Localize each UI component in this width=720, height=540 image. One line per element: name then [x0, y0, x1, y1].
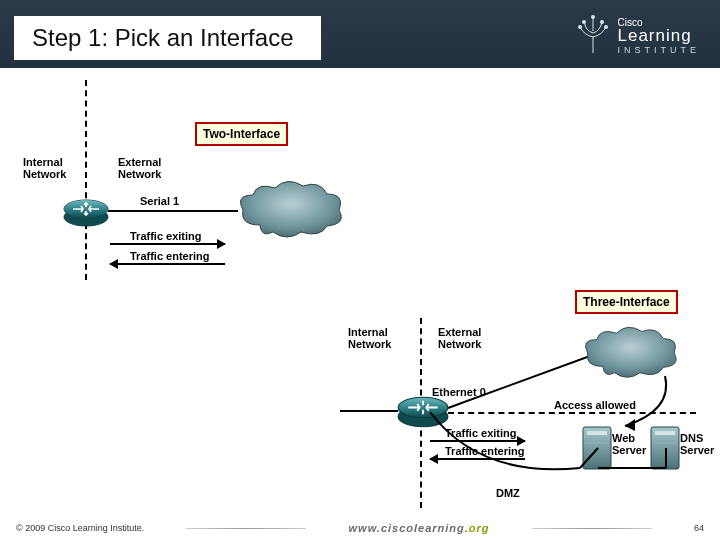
page-title: Step 1: Pick an Interface — [32, 24, 293, 52]
serial1-label: Serial 1 — [140, 195, 179, 207]
external-network-label-2: External Network — [438, 326, 481, 350]
internet-cloud-icon-1 — [235, 180, 345, 244]
svg-point-4 — [591, 15, 595, 19]
link-router-internal — [340, 410, 398, 412]
copyright: © 2009 Cisco Learning Institute. — [16, 523, 144, 533]
router-icon-1 — [63, 198, 109, 224]
traffic-entering-arrow-2 — [430, 458, 525, 460]
traffic-exiting-arrow-2 — [430, 440, 525, 442]
footer-url: www.ciscolearning.org — [349, 522, 490, 534]
link-router-cloud-1 — [108, 210, 238, 212]
header-bar: Step 1: Pick an Interface — [0, 0, 720, 68]
two-interface-label: Two-Interface — [203, 127, 280, 141]
traffic-entering-label-2: Traffic entering — [445, 445, 524, 457]
traffic-exiting-label-2: Traffic exiting — [445, 427, 517, 439]
title-box: Step 1: Pick an Interface — [14, 16, 321, 60]
svg-point-0 — [578, 25, 582, 29]
svg-point-1 — [604, 25, 608, 29]
footer: © 2009 Cisco Learning Institute. www.cis… — [0, 522, 720, 534]
dmz-label: DMZ — [496, 487, 520, 499]
three-interface-label: Three-Interface — [583, 295, 670, 309]
page-number: 64 — [694, 523, 704, 533]
three-interface-label-box: Three-Interface — [575, 290, 678, 314]
footer-sep-left — [186, 528, 306, 529]
cisco-tree-icon — [574, 13, 612, 55]
two-if-divider — [85, 80, 87, 280]
traffic-entering-label-1: Traffic entering — [130, 250, 209, 262]
brand-logo: Cisco Learning INSTITUTE — [574, 13, 701, 55]
brand-text: Cisco Learning INSTITUTE — [618, 13, 701, 55]
internal-network-label-1: Internal Network — [23, 156, 66, 180]
two-interface-label-box: Two-Interface — [195, 122, 288, 146]
internal-network-label-2: Internal Network — [348, 326, 391, 350]
traffic-entering-arrow-1 — [110, 263, 225, 265]
svg-point-3 — [600, 20, 604, 24]
svg-point-2 — [582, 20, 586, 24]
traffic-exiting-arrow-1 — [110, 243, 225, 245]
external-network-label-1: External Network — [118, 156, 161, 180]
traffic-exiting-label-1: Traffic exiting — [130, 230, 202, 242]
svg-line-20 — [580, 448, 598, 468]
footer-sep-right — [532, 528, 652, 529]
brand-big: Learning — [618, 26, 692, 45]
brand-sub: INSTITUTE — [618, 46, 701, 55]
